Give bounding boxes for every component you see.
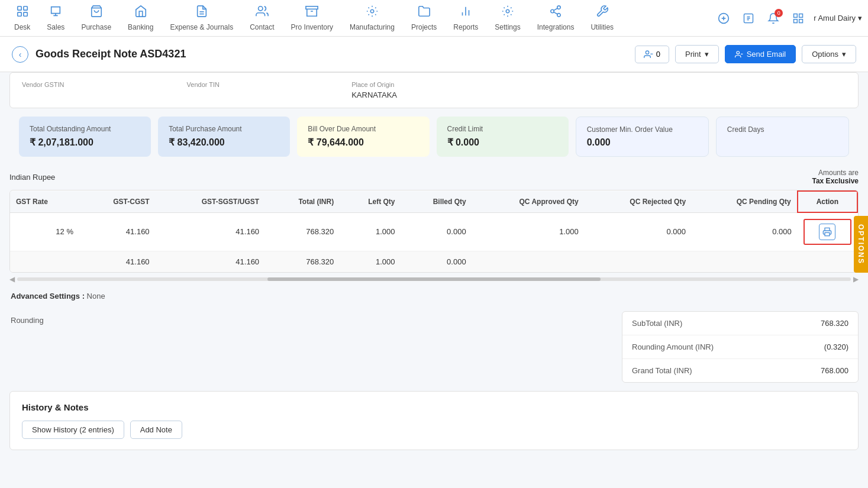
grand-total-row: Grand Total (INR) 768.000 [622, 359, 858, 382]
manufacturing-icon [366, 5, 379, 21]
advanced-settings-value: None [87, 292, 105, 300]
nav-projects[interactable]: Projects [403, 0, 445, 36]
col-qc-pending: QC Pending Qty [692, 191, 798, 212]
nav-sales-label: Sales [47, 23, 64, 31]
col-qc-approved: QC Approved Qty [472, 191, 585, 212]
total-purchase-value: ₹ 83,420.000 [169, 137, 279, 148]
row-print-button[interactable] [819, 224, 835, 240]
footer-gst-cgst: 41.160 [79, 251, 156, 273]
svg-point-15 [557, 6, 561, 9]
subtotal-label: SubTotal (INR) [632, 319, 682, 328]
cell-billed-qty: 0.000 [401, 212, 472, 251]
add-button[interactable] [714, 9, 733, 28]
follower-button[interactable]: 0 [635, 46, 669, 63]
follower-count: 0 [656, 50, 660, 59]
rounding-section: Rounding [9, 311, 612, 329]
rounding-amount-value: (0.320) [824, 342, 848, 351]
svg-rect-8 [306, 7, 318, 9]
scroll-right-icon[interactable]: ▶ [853, 275, 859, 283]
svg-point-30 [737, 51, 740, 54]
footer-qc-rejected [585, 251, 692, 273]
options-label: Options [812, 50, 838, 59]
svg-line-19 [554, 8, 557, 11]
nav-projects-label: Projects [411, 23, 437, 31]
nav-purchase[interactable]: Purchase [73, 0, 120, 36]
nav-utilities[interactable]: Utilities [582, 0, 622, 36]
svg-rect-32 [825, 232, 830, 235]
nav-banking-label: Banking [128, 23, 153, 31]
vendor-info-section: Vendor GSTIN Vendor TIN Place of Origin … [9, 72, 859, 108]
grand-total-value: 768.000 [821, 366, 848, 375]
subtotal-value: 768.320 [821, 319, 848, 328]
svg-rect-1 [24, 7, 27, 10]
vendor-gstin-field: Vendor GSTIN [22, 81, 187, 99]
svg-rect-27 [799, 19, 803, 22]
send-email-button[interactable]: Send Email [725, 45, 796, 63]
page-title: Goods Receipt Note ASD4321 [36, 48, 186, 60]
scroll-left-icon[interactable]: ◀ [9, 275, 15, 283]
nav-contact[interactable]: Contact [241, 0, 282, 36]
print-button[interactable]: Print ▾ [675, 45, 719, 63]
credit-limit-card: Credit Limit ₹ 0.000 [437, 117, 569, 157]
svg-point-14 [506, 9, 509, 13]
currency-label: Indian Rupee [9, 173, 55, 182]
nav-sales[interactable]: Sales [38, 0, 73, 36]
col-gst-cgst: GST-CGST [79, 191, 156, 212]
back-button[interactable]: ‹ [12, 46, 28, 63]
customer-min-order-label: Customer Min. Order Value [587, 125, 698, 134]
scroll-bar[interactable]: ◀ ▶ [9, 275, 859, 283]
options-sidebar-tab[interactable]: OPTIONS [854, 215, 868, 272]
col-total-inr: Total (INR) [265, 191, 340, 212]
nav-reports[interactable]: Reports [445, 0, 486, 36]
show-history-button[interactable]: Show History (2 entries) [22, 421, 124, 439]
nav-expense[interactable]: Expense & Journals [162, 0, 241, 36]
svg-point-28 [646, 51, 648, 54]
nav-manufacturing[interactable]: Manufacturing [341, 0, 403, 36]
place-of-origin-field: Place of Origin KARNATAKA [351, 81, 517, 99]
options-button[interactable]: Options ▾ [802, 45, 856, 63]
nav-desk[interactable]: Desk [6, 0, 38, 36]
grid-view-button[interactable] [789, 9, 808, 28]
line-items-table: GST Rate GST-CGST GST-SGST/UGST Total (I… [9, 190, 859, 273]
history-title: History & Notes [22, 402, 846, 412]
summary-cards: Total Outstanding Amount ₹ 2,07,181.000 … [19, 117, 849, 157]
col-left-qty: Left Qty [340, 191, 401, 212]
import-button[interactable] [739, 9, 758, 28]
total-purchase-label: Total Purchase Amount [169, 125, 279, 133]
totals-section: SubTotal (INR) 768.320 Rounding Amount (… [622, 311, 859, 383]
credit-days-card: Credit Days [716, 117, 849, 157]
nav-settings[interactable]: Settings [486, 0, 528, 36]
nav-settings-label: Settings [495, 23, 520, 31]
nav-integrations[interactable]: Integrations [529, 0, 583, 36]
pro-inventory-icon [305, 5, 318, 21]
total-outstanding-card: Total Outstanding Amount ₹ 2,07,181.000 [19, 117, 151, 157]
footer-gst-rate [10, 251, 79, 273]
svg-rect-25 [799, 14, 803, 17]
rounding-amount-label: Rounding Amount (INR) [632, 342, 714, 351]
footer-total-inr: 768.320 [265, 251, 340, 273]
col-qc-rejected: QC Rejected Qty [585, 191, 692, 212]
svg-point-17 [557, 14, 561, 17]
nav-expense-label: Expense & Journals [170, 23, 233, 31]
table-row: 12 % 41.160 41.160 768.320 1.000 0.000 1… [10, 212, 857, 251]
add-note-button[interactable]: Add Note [130, 421, 182, 439]
cell-action [798, 212, 857, 251]
customer-min-order-card: Customer Min. Order Value 0.000 [576, 117, 709, 157]
col-gst-rate: GST Rate [10, 191, 79, 212]
page-header: ‹ Goods Receipt Note ASD4321 0 Print ▾ S… [0, 37, 868, 72]
scroll-thumb [267, 277, 601, 281]
col-action: Action [798, 191, 857, 212]
print-chevron-icon: ▾ [705, 50, 709, 59]
user-menu[interactable]: r Amul Dairy ▾ [814, 14, 862, 22]
credit-days-label: Credit Days [727, 125, 838, 134]
scroll-track[interactable] [17, 277, 851, 281]
nav-banking[interactable]: Banking [120, 0, 162, 36]
nav-integrations-label: Integrations [537, 23, 575, 31]
grand-total-label: Grand Total (INR) [632, 366, 692, 375]
notification-button[interactable]: 0 [764, 9, 783, 28]
origin-label: Place of Origin [351, 81, 517, 88]
banking-icon [134, 5, 147, 21]
bill-overdue-value: ₹ 79,644.000 [308, 137, 418, 148]
cell-qc-approved: 1.000 [472, 212, 585, 251]
nav-pro-inventory[interactable]: Pro Inventory [283, 0, 341, 36]
